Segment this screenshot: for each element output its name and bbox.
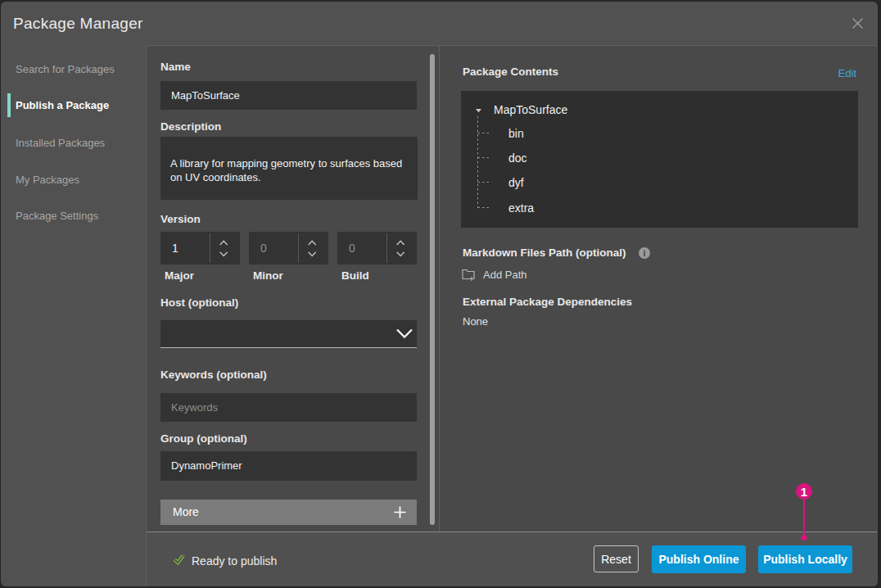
svg-text:1: 1 — [801, 485, 807, 499]
